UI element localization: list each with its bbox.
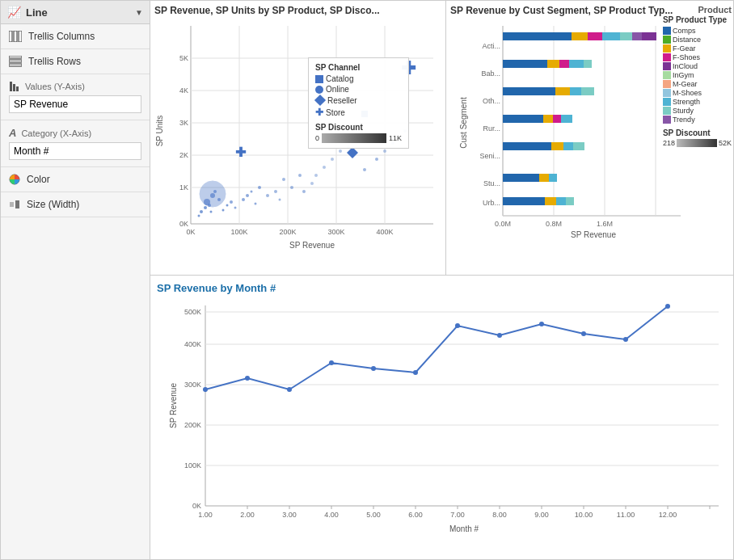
svg-text:Urb...: Urb... [483,199,500,207]
svg-point-46 [222,209,225,212]
svg-point-174 [581,331,586,336]
chart-type-label: Line [26,6,130,19]
svg-text:✚: ✚ [235,145,247,159]
svg-point-49 [234,207,237,209]
svg-text:2.00: 2.00 [240,511,255,519]
svg-rect-108 [555,87,570,95]
svg-point-165 [203,387,208,392]
svg-text:5.00: 5.00 [366,511,381,519]
category-x-axis-label: Category (X-Axis) [21,128,91,138]
svg-point-169 [371,366,376,371]
values-icon [9,81,20,92]
svg-rect-101 [642,32,656,40]
svg-rect-115 [503,142,551,150]
svg-point-42 [200,210,203,213]
svg-rect-106 [584,60,592,68]
svg-text:100K: 100K [230,228,247,236]
color-label: Color [27,174,50,185]
svg-point-74 [383,149,386,153]
svg-rect-107 [503,87,555,95]
svg-point-176 [665,304,670,309]
svg-rect-99 [620,32,632,40]
svg-rect-96 [572,32,588,40]
svg-point-173 [539,322,544,326]
svg-rect-7 [13,84,15,91]
chart-type-selector[interactable]: 📈 Line ▼ [1,1,150,24]
svg-text:4K: 4K [179,86,188,95]
svg-text:0.0M: 0.0M [495,220,511,228]
category-x-axis-input[interactable] [9,142,141,160]
sidebar-item-color[interactable]: Color [1,167,150,192]
svg-rect-123 [545,197,556,205]
svg-text:SP Units: SP Units [155,116,164,147]
channel-reseller: Reseller [315,95,402,105]
svg-point-72 [363,168,366,171]
sp-discount-label2: SP Discount [663,128,732,137]
values-y-axis-input[interactable] [9,95,141,113]
svg-text:Acti...: Acti... [482,42,500,50]
trellis-rows-icon [9,56,22,67]
svg-rect-120 [539,174,549,182]
legend-ingym: InGym [663,71,732,79]
svg-rect-104 [559,60,569,68]
svg-rect-116 [551,142,563,150]
svg-rect-109 [570,87,581,95]
svg-text:9.00: 9.00 [534,511,549,519]
bar-chart-title: SP Revenue by Cust Segment, SP Product T… [450,5,729,16]
svg-text:8.00: 8.00 [492,511,507,519]
svg-text:1K: 1K [179,183,188,192]
product-type-legend: SP Product Type Comps Distance F-Gear F-… [663,15,732,147]
legend-distance: Distance [663,36,732,44]
svg-rect-110 [581,87,594,95]
svg-text:Seni...: Seni... [479,152,500,160]
svg-point-60 [298,174,302,177]
svg-rect-103 [547,60,559,68]
category-icon: A [9,127,16,139]
svg-text:2K: 2K [179,151,188,159]
svg-rect-10 [10,202,14,207]
svg-point-62 [310,182,314,185]
line-chart-title: SP Revenue by Month # [157,282,727,294]
legend-mgear: M-Gear [663,80,732,88]
svg-point-44 [198,215,200,217]
line-chart-icon: 📈 [7,6,21,19]
svg-point-175 [623,337,628,342]
channel-online: Online [315,85,402,94]
sp-channel-legend: SP Channel Catalog Online Reseller ✚ [308,57,409,149]
category-x-axis-section: A Category (X-Axis) [1,120,150,167]
svg-rect-1 [14,31,17,42]
svg-rect-100 [632,32,642,40]
sidebar-item-size[interactable]: Size (Width) [1,192,150,217]
svg-rect-2 [19,31,22,42]
svg-text:SP Revenue: SP Revenue [289,241,335,250]
svg-text:400K: 400K [184,340,201,348]
discount-range: 218 52K [663,139,732,147]
svg-point-41 [208,204,211,207]
svg-point-45 [210,211,213,213]
svg-rect-111 [503,115,543,123]
svg-point-51 [246,194,249,197]
svg-rect-114 [561,115,572,123]
sp-channel-title: SP Channel [315,63,402,72]
svg-point-73 [375,158,378,161]
legend-fgear: F-Gear [663,44,732,53]
svg-point-65 [331,158,334,161]
svg-text:Stu...: Stu... [483,179,500,187]
sidebar-item-trellis-columns[interactable]: Trellis Columns [1,24,150,49]
svg-text:300K: 300K [184,381,201,389]
product-type-legend-title: SP Product Type [663,15,732,24]
sidebar: 📈 Line ▼ Trellis Columns [1,1,150,559]
svg-text:6.00: 6.00 [408,511,423,519]
svg-rect-5 [9,64,22,66]
trellis-columns-label: Trellis Columns [28,31,95,42]
svg-text:Month #: Month # [449,524,479,533]
svg-text:Rur...: Rur... [483,124,500,133]
svg-marker-70 [347,147,358,158]
svg-rect-102 [503,60,547,68]
svg-point-57 [282,178,285,181]
scatter-chart-title: SP Revenue, SP Units by SP Product, SP D… [154,5,441,16]
svg-point-54 [255,203,257,205]
sp-discount-title: SP Discount [315,123,402,132]
size-icon [9,199,20,210]
sidebar-item-trellis-rows[interactable]: Trellis Rows [1,49,150,74]
